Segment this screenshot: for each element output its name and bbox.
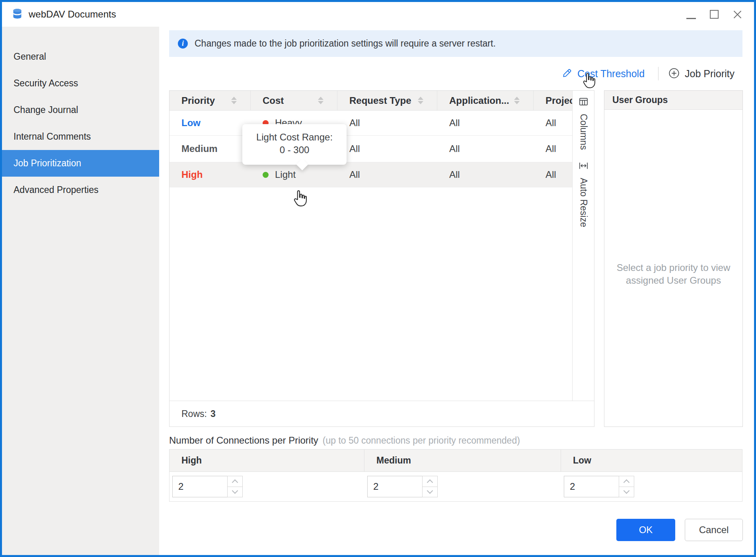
sidebar-item-security-access[interactable]: Security Access [2,70,159,97]
rows-count: 3 [210,409,216,419]
ok-button[interactable]: OK [616,519,675,541]
request-type-cell: All [337,117,437,129]
chevron-down-icon [232,488,238,494]
cost-label: Light [275,169,296,180]
sort-icon [318,97,323,104]
project-cell: All [534,169,572,180]
high-increment-button[interactable] [227,476,243,487]
connections-cell-high [170,472,364,501]
sort-icon [418,97,423,104]
column-header-project[interactable]: Project [534,91,572,110]
high-connections-input[interactable] [172,476,228,497]
empty-state-line: assigned User Groups [626,274,721,287]
connections-hint: (up to 50 connections per priority recom… [323,435,520,446]
connections-table: High Medium Low [169,449,742,502]
maximize-icon [710,10,719,19]
window-title: webDAV Documents [29,9,116,20]
connections-header-low: Low [561,450,742,471]
application-cell: All [437,117,534,129]
table-row-medium[interactable]: Medium All All All [170,136,572,162]
column-label: Request Type [349,95,411,106]
sidebar-item-job-prioritization[interactable]: Job Prioritization [2,150,159,177]
sidebar-item-label: Advanced Properties [14,185,99,195]
connections-header-high: High [170,450,364,471]
connections-value-row [170,472,742,501]
column-header-application[interactable]: Application... [437,91,534,110]
table-footer: Rows: 3 [170,401,594,427]
sort-icon [514,97,520,104]
light-cost-dot-icon [263,172,269,178]
maximize-button[interactable] [709,9,720,20]
high-connections-stepper [172,476,243,497]
user-groups-panel: User Groups Select a job priority to vie… [604,90,743,427]
info-icon: i [178,39,188,49]
job-priority-label: Job Priority [685,68,735,80]
low-decrement-button[interactable] [619,487,634,498]
links-divider [658,67,659,80]
priority-cell: High [170,169,251,180]
cost-threshold-button[interactable]: Cost Threshold [562,65,645,82]
column-header-cost[interactable]: Cost [251,91,337,110]
chevron-down-icon [624,488,630,494]
minimize-button[interactable] [686,9,697,20]
tooltip-line: 0 - 300 [242,144,347,156]
auto-resize-label: Auto Resize [578,178,589,227]
column-label: Project [546,95,572,106]
add-job-priority-button[interactable]: Job Priority [668,65,735,82]
connections-header-row: High Medium Low [170,450,742,472]
empty-state-line: Select a job priority to view [617,261,730,274]
application-cell: All [437,143,534,154]
sidebar-item-general[interactable]: General [2,43,159,70]
info-banner: i Changes made to the job prioritization… [169,30,742,57]
cost-cell: Light [251,169,337,180]
job-priorities-table: Priority Cost Request Type Application..… [169,90,594,427]
column-label: Application... [449,95,509,106]
sidebar-item-label: Change Journal [14,105,78,115]
close-icon [732,9,743,20]
low-increment-button[interactable] [619,476,634,487]
project-cell: All [534,143,572,154]
close-button[interactable] [732,9,743,20]
hand-cursor-icon [292,190,307,208]
minimize-icon [686,18,696,19]
cost-range-tooltip: Light Cost Range: 0 - 300 [242,124,347,165]
cancel-button[interactable]: Cancel [685,519,743,541]
chevron-up-icon [624,479,630,485]
app-database-icon [12,8,23,21]
medium-increment-button[interactable] [422,476,438,487]
chevron-up-icon [232,479,238,485]
connections-header-medium: Medium [364,450,561,471]
medium-connections-input[interactable] [367,476,423,497]
user-groups-header: User Groups [604,91,742,110]
table-row-low[interactable]: Low Heavy All All All [170,111,572,136]
dialog-window: webDAV Documents General Security Access… [0,0,756,557]
column-label: Cost [263,95,284,106]
column-header-request-type[interactable]: Request Type [337,91,437,110]
medium-connections-stepper [367,476,438,497]
sort-icon [231,97,237,104]
column-header-priority[interactable]: Priority [170,91,251,110]
auto-resize-button[interactable]: Auto Resize [578,160,589,227]
plus-circle-icon [668,68,680,80]
application-cell: All [437,169,534,180]
high-decrement-button[interactable] [227,487,243,498]
table-tools-strip: Columns Auto Resize [572,91,594,401]
sidebar-item-advanced-properties[interactable]: Advanced Properties [2,177,159,203]
sidebar-item-internal-comments[interactable]: Internal Comments [2,123,159,150]
rows-label: Rows: [181,409,207,419]
priority-cell: Medium [170,143,251,154]
sidebar-item-change-journal[interactable]: Change Journal [2,97,159,123]
priority-cell: Low [170,117,251,129]
medium-decrement-button[interactable] [422,487,438,498]
columns-button[interactable]: Columns [578,96,589,150]
tooltip-line: Light Cost Range: [242,131,347,144]
connections-cell-medium [364,472,561,501]
connections-cell-low [561,472,742,501]
chevron-down-icon [427,488,433,494]
connections-title: Number of Connections per Priority [169,435,318,446]
pencil-icon [562,68,572,80]
table-header-row: Priority Cost Request Type Application..… [170,91,572,111]
low-connections-input[interactable] [564,476,619,497]
sidebar: General Security Access Change Journal I… [2,27,159,555]
table-row-high[interactable]: High Light All All All [170,162,572,187]
